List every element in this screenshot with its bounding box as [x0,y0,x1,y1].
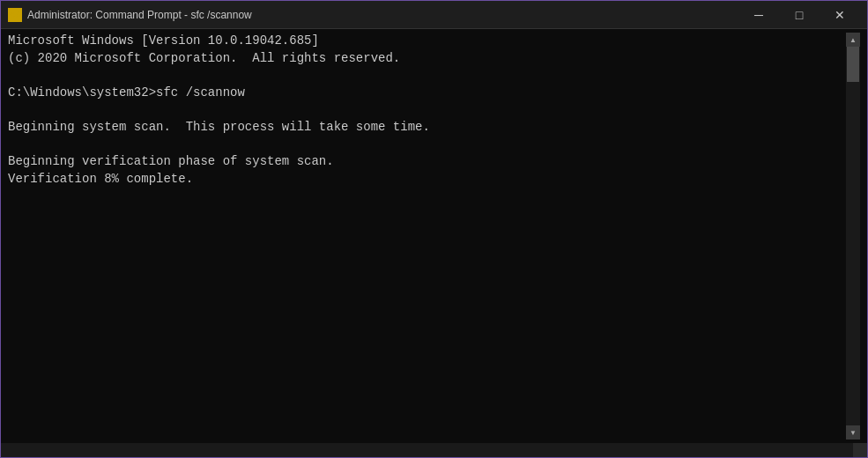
title-bar: C:\ Administrator: Command Prompt - sfc … [1,1,867,29]
maximize-button[interactable]: □ [779,1,820,29]
horizontal-scrollbar [1,443,867,457]
scroll-down-arrow[interactable]: ▼ [846,425,860,440]
terminal-content[interactable]: Microsoft Windows [Version 10.0.19042.68… [8,33,846,440]
title-bar-left: C:\ Administrator: Command Prompt - sfc … [8,8,252,22]
title-bar-text: Administrator: Command Prompt - sfc /sca… [27,9,252,21]
scrollbar-corner [853,443,867,457]
scroll-up-arrow[interactable]: ▲ [846,33,860,47]
close-button[interactable]: ✕ [820,1,860,29]
scrollbar-track-horizontal [1,443,853,457]
scrollbar-track [846,47,860,425]
command-prompt-window: C:\ Administrator: Command Prompt - sfc … [0,0,868,458]
window-controls: ─ □ ✕ [738,1,860,29]
scrollbar-thumb[interactable] [847,47,859,82]
terminal-icon: C:\ [8,8,22,22]
terminal-body: Microsoft Windows [Version 10.0.19042.68… [1,29,867,443]
minimize-button[interactable]: ─ [738,1,779,29]
vertical-scrollbar[interactable]: ▲ ▼ [846,33,860,440]
